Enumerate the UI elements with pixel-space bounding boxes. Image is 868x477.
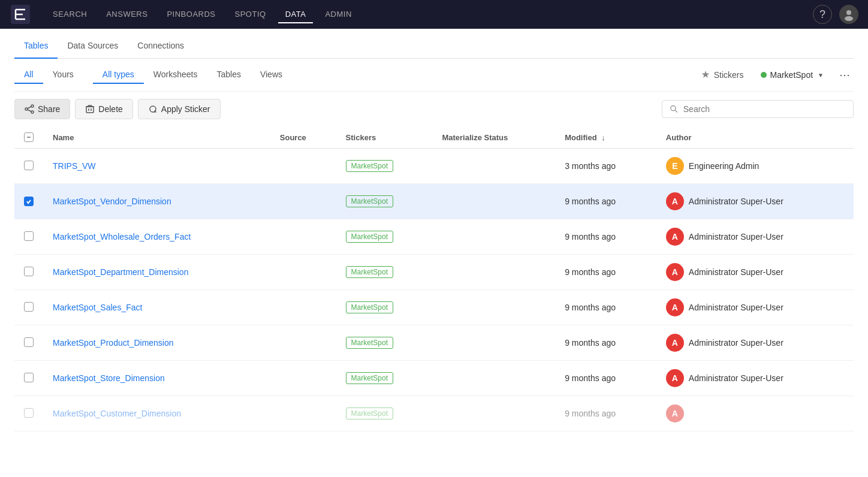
share-button[interactable]: Share — [14, 99, 70, 119]
table-row: MarketSpot_Sales_Fact MarketSpot 9 month… — [14, 290, 854, 325]
search-icon — [670, 104, 679, 114]
row-stickers: MarketSpot — [336, 290, 433, 325]
row-name[interactable]: MarketSpot_Product_Dimension — [43, 325, 270, 361]
sticker-badge: MarketSpot — [346, 372, 393, 384]
author-name: Administrator Super-User — [689, 232, 783, 241]
row-checkbox[interactable] — [24, 197, 34, 206]
row-checkbox-cell — [14, 396, 43, 431]
row-name[interactable]: TRIPS_VW — [43, 149, 270, 184]
row-materialize — [432, 325, 555, 361]
author-name: Administrator Super-User — [689, 338, 783, 348]
filter-all-types[interactable]: All types — [93, 66, 144, 84]
row-author-cell: A Administrator Super-User — [656, 219, 854, 255]
row-checkbox[interactable] — [24, 302, 34, 312]
col-header-stickers: Stickers — [336, 126, 433, 149]
app-logo[interactable] — [10, 4, 31, 25]
select-all-checkbox[interactable] — [24, 132, 34, 142]
nav-admin[interactable]: ADMIN — [318, 6, 358, 23]
row-source — [270, 325, 336, 361]
sticker-badge: MarketSpot — [346, 266, 393, 278]
row-stickers: MarketSpot — [336, 149, 433, 184]
filter-views[interactable]: Views — [251, 66, 292, 84]
delete-button[interactable]: Delete — [75, 99, 132, 119]
page-container: Tables Data Sources Connections All Your… — [0, 29, 868, 431]
nav-search[interactable]: SEARCH — [46, 6, 94, 23]
filter-all[interactable]: All — [14, 66, 43, 84]
row-source — [270, 396, 336, 431]
svg-line-11 — [28, 110, 31, 111]
author-name: Administrator Super-User — [689, 197, 783, 206]
nav-pinboards[interactable]: PINBOARDS — [159, 6, 222, 23]
nav-right-controls: ? — [813, 5, 858, 24]
chevron-down-icon: ▼ — [818, 72, 824, 79]
table-body: TRIPS_VW MarketSpot 3 months ago E Engin… — [14, 149, 854, 431]
author-cell: A Administrator Super-User — [666, 192, 844, 210]
row-author-cell: A Administrator Super-User — [656, 290, 854, 325]
row-modified: 9 months ago — [555, 361, 656, 396]
help-button[interactable]: ? — [813, 5, 832, 24]
tab-connections[interactable]: Connections — [128, 34, 194, 59]
author-name: Administrator Super-User — [689, 267, 783, 277]
stickers-button[interactable]: Stickers — [696, 68, 749, 82]
filter-yours[interactable]: Yours — [43, 66, 83, 84]
row-modified: 9 months ago — [555, 290, 656, 325]
svg-point-7 — [31, 105, 34, 107]
header-checkbox-col — [14, 126, 43, 149]
row-checkbox[interactable] — [24, 161, 34, 170]
row-materialize — [432, 149, 555, 184]
row-stickers: MarketSpot — [336, 361, 433, 396]
author-avatar: A — [666, 404, 684, 422]
row-materialize — [432, 290, 555, 325]
delete-icon — [85, 104, 95, 114]
row-name[interactable]: MarketSpot_Customer_Dimension — [43, 396, 270, 431]
row-name[interactable]: MarketSpot_Store_Dimension — [43, 361, 270, 396]
table-row: MarketSpot_Department_Dimension MarketSp… — [14, 255, 854, 290]
filter-tables-type[interactable]: Tables — [207, 66, 250, 84]
row-checkbox[interactable] — [24, 231, 34, 241]
share-label: Share — [38, 104, 60, 114]
svg-point-17 — [671, 105, 676, 110]
author-avatar: A — [666, 334, 684, 352]
author-name: Administrator Super-User — [689, 303, 783, 312]
svg-point-6 — [845, 16, 853, 21]
author-cell: A Administrator Super-User — [666, 334, 844, 352]
row-checkbox-cell — [14, 149, 43, 184]
modified-label: Modified — [565, 133, 596, 142]
row-modified: 9 months ago — [555, 255, 656, 290]
col-header-modified[interactable]: Modified ↓ — [555, 126, 656, 149]
author-avatar: E — [666, 157, 684, 175]
user-avatar[interactable] — [839, 5, 858, 24]
apply-sticker-button[interactable]: Apply Sticker — [138, 99, 221, 119]
row-name[interactable]: MarketSpot_Vendor_Dimension — [43, 184, 270, 219]
row-modified: 9 months ago — [555, 325, 656, 361]
more-options-button[interactable]: ⋯ — [836, 66, 854, 84]
row-checkbox[interactable] — [24, 408, 34, 418]
nav-spotiq[interactable]: SPOTIQ — [228, 6, 273, 23]
row-author-cell: A Administrator Super-User — [656, 361, 854, 396]
top-navigation: SEARCH ANSWERS PINBOARDS SPOTIQ DATA ADM… — [0, 0, 868, 29]
svg-line-10 — [28, 107, 31, 108]
tab-data-sources[interactable]: Data Sources — [58, 34, 128, 59]
row-materialize — [432, 184, 555, 219]
filter-right-controls: Stickers MarketSpot ▼ ⋯ — [696, 66, 854, 84]
nav-answers[interactable]: ANSWERS — [99, 6, 155, 23]
row-checkbox[interactable] — [24, 337, 34, 347]
row-name[interactable]: MarketSpot_Department_Dimension — [43, 255, 270, 290]
row-materialize — [432, 361, 555, 396]
row-stickers: MarketSpot — [336, 255, 433, 290]
row-name[interactable]: MarketSpot_Wholesale_Orders_Fact — [43, 219, 270, 255]
tab-tables[interactable]: Tables — [14, 34, 58, 59]
author-cell: A Administrator Super-User — [666, 369, 844, 387]
row-source — [270, 290, 336, 325]
indeterminate-icon — [26, 134, 32, 140]
row-checkbox[interactable] — [24, 373, 34, 382]
nav-data[interactable]: DATA — [278, 6, 314, 23]
row-materialize — [432, 219, 555, 255]
author-cell: A Administrator Super-User — [666, 263, 844, 281]
search-input[interactable] — [683, 104, 846, 114]
filter-worksheets[interactable]: Worksheets — [144, 66, 207, 84]
marketspot-button[interactable]: MarketSpot ▼ — [756, 68, 829, 82]
row-name[interactable]: MarketSpot_Sales_Fact — [43, 290, 270, 325]
row-checkbox[interactable] — [24, 267, 34, 276]
svg-rect-12 — [86, 107, 94, 113]
